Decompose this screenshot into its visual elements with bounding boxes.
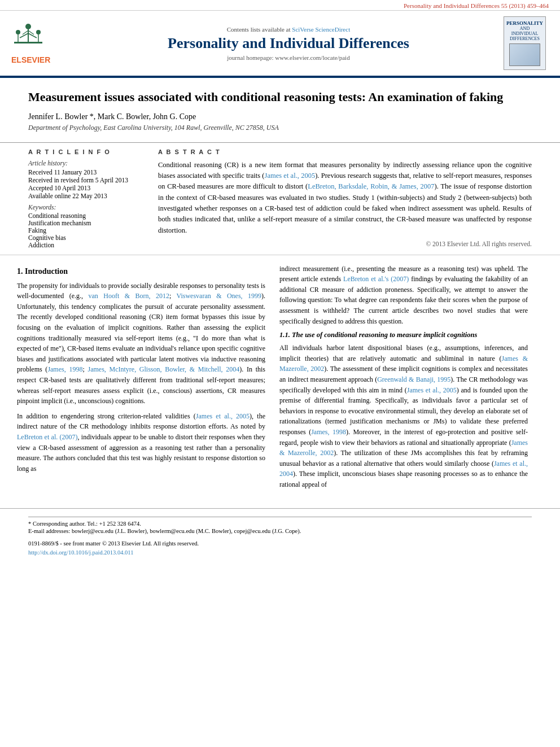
history-label: Article history: (28, 160, 141, 167)
svg-line-3 (20, 33, 28, 38)
section1-title: 1. Introduction (17, 267, 265, 276)
article-title-section: Measurement issues associated with condi… (0, 78, 560, 143)
footnote-star: * Corresponding author. Tel.: +1 252 328… (28, 521, 532, 527)
keyword-1: Conditional reasoning (28, 212, 141, 219)
svg-point-8 (16, 30, 20, 34)
footer-section: * Corresponding author. Tel.: +1 252 328… (0, 508, 560, 561)
keyword-4: Cognitive bias (28, 234, 141, 241)
article-affiliation: Department of Psychology, East Carolina … (28, 124, 532, 132)
footer-copyright: 0191-8869/$ - see front matter © 2013 El… (28, 540, 199, 547)
article-info-abstract-section: A R T I C L E I N F O Article history: R… (0, 143, 560, 255)
header-center: Contents lists available at SciVerse Sci… (85, 26, 492, 61)
svg-rect-0 (14, 42, 42, 43)
ref-james2004b[interactable]: James et al., 2004 (279, 460, 528, 478)
body-left-column: 1. Introduction The propensity for indiv… (17, 264, 265, 495)
ref-james-2005[interactable]: James et al., 2005 (265, 172, 316, 180)
keyword-3: Faking (28, 227, 141, 234)
svg-line-4 (28, 33, 37, 38)
ref-viswesvaran[interactable]: Viswesvaran & Ones, 1999 (176, 292, 261, 300)
ref-james2005c[interactable]: James et al., 2005 (407, 386, 457, 394)
keywords-label: Keywords: (28, 204, 141, 211)
footnote-emails: E-mail addresses: bowlerj@ecu.edu (J.L. … (28, 528, 532, 534)
sciverse-line: Contents lists available at SciVerse Sci… (85, 26, 492, 33)
ref-lebreton-2007[interactable]: LeBreton, Barksdale, Robin, & James, 200… (308, 182, 434, 190)
main-body: 1. Introduction The propensity for indiv… (0, 255, 560, 503)
section1-para2: In addition to engendering strong criter… (17, 411, 265, 474)
keyword-2: Justification mechanism (28, 220, 141, 226)
subsection1-1-text: All individuals harbor latent dispositio… (279, 343, 528, 490)
ref-lebreton2007b[interactable]: LeBreton et al. (2007) (17, 433, 78, 441)
ref-greenwald1995[interactable]: Greenwald & Banaji, 1995 (377, 375, 450, 383)
ref-james2005b[interactable]: James et al., 2005 (196, 412, 250, 420)
section1-para1: The propensity for individuals to provid… (17, 281, 265, 407)
ref-james-mazerolle2002[interactable]: James & Mazerolle, 2002 (279, 355, 528, 373)
abstract-text: Conditional reasoning (CR) is a new item… (158, 160, 532, 237)
journal-homepage: journal homepage: www.elsevier.com/locat… (85, 54, 492, 61)
journal-citation: Personality and Individual Differences 5… (404, 2, 549, 9)
elsevier-logo: ELSEVIER (11, 22, 73, 64)
article-info-heading: A R T I C L E I N F O (28, 148, 141, 155)
article-info-column: A R T I C L E I N F O Article history: R… (28, 148, 141, 249)
received-date: Received 11 January 2013 (28, 169, 141, 176)
body-right-column: indirect measurement (i.e., presenting t… (279, 264, 528, 495)
sciverse-link[interactable]: SciVerse ScienceDirect (292, 26, 350, 33)
footer-doi-link[interactable]: http://dx.doi.org/10.1016/j.paid.2013.04… (28, 549, 133, 556)
elsevier-brand-text: ELSEVIER (11, 55, 73, 64)
revised-date: Received in revised form 5 April 2013 (28, 177, 141, 184)
subsection1-1-title: 1.1. The use of conditional reasoning to… (279, 331, 528, 339)
journal-info-bar: Personality and Individual Differences 5… (0, 0, 560, 11)
svg-point-2 (25, 24, 31, 29)
ref-vanhooft[interactable]: van Hooft & Born, 2012 (89, 292, 169, 300)
ref-james2004[interactable]: James, McIntyre, Glisson, Bowler, & Mitc… (88, 365, 239, 373)
article-title: Measurement issues associated with condi… (28, 89, 532, 106)
journal-cover: PERSONALITY AND INDIVIDUAL DIFFERENCES (504, 16, 549, 70)
journal-cover-image: PERSONALITY AND INDIVIDUAL DIFFERENCES (504, 16, 546, 70)
svg-point-10 (36, 30, 41, 34)
elsevier-tree-icon (11, 22, 45, 53)
abstract-column: A B S T R A C T Conditional reasoning (C… (158, 148, 532, 249)
ref-james1998[interactable]: James, 1998 (47, 365, 82, 373)
journal-title: Personality and Individual Differences (85, 35, 492, 52)
header-section: ELSEVIER Contents lists available at Sci… (0, 11, 560, 77)
ref-james1998b[interactable]: James, 1998 (311, 428, 346, 436)
ref-lebreton-extend[interactable]: LeBreton et al.'s (2007) (343, 275, 409, 283)
keyword-5: Addiction (28, 242, 141, 248)
available-date: Available online 22 May 2013 (28, 193, 141, 199)
article-authors: Jennifer L. Bowler *, Mark C. Bowler, Jo… (28, 112, 532, 121)
abstract-copyright: © 2013 Elsevier Ltd. All rights reserved… (158, 241, 532, 247)
accepted-date: Accepted 10 April 2013 (28, 185, 141, 191)
ref-james-maz2002b[interactable]: James & Mazerolle, 2002 (279, 439, 528, 457)
abstract-heading: A B S T R A C T (158, 148, 532, 155)
section1-right-para1: indirect measurement (i.e., presenting t… (279, 264, 528, 327)
